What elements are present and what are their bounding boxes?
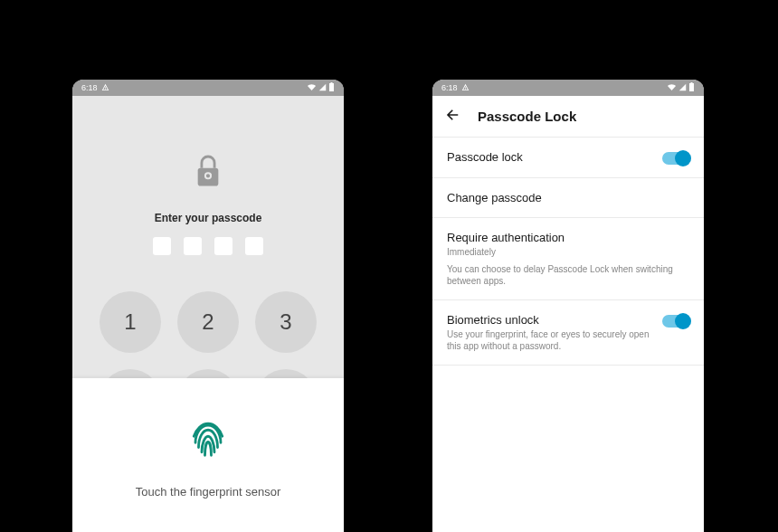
passcode-digit [245,237,263,255]
signal-icon [678,83,687,93]
fingerprint-panel: Touch the fingerprint sensor [72,378,344,532]
row-change-passcode[interactable]: Change passcode [432,178,704,218]
status-time: 6:18 [441,83,458,92]
row-description: You can choose to delay Passcode Lock wh… [447,263,689,287]
status-bar: 6:18 [432,80,704,96]
lock-icon [193,154,223,194]
row-biometrics[interactable]: Biometrics unlock Use your fingerprint, … [432,300,704,366]
passcode-input [153,237,263,255]
passcode-digit [153,237,171,255]
toggle-passcode-lock[interactable] [662,152,689,165]
phone-settings: 6:18 Passcode Lock Passcode lock [432,80,704,532]
signal-icon [318,83,327,93]
row-title: Biometrics unlock [447,313,651,327]
warning-icon [461,83,470,93]
passcode-digit [214,237,232,255]
passcode-title: Enter your passcode [155,212,262,224]
svg-rect-0 [198,168,219,186]
battery-icon [688,82,695,93]
row-subtitle: Immediately [447,246,689,258]
keypad-2[interactable]: 2 [177,291,239,353]
back-icon[interactable] [445,107,461,127]
keypad-3[interactable]: 3 [255,291,317,353]
app-bar: Passcode Lock [432,96,704,138]
keypad-1[interactable]: 1 [100,291,161,353]
row-passcode-lock[interactable]: Passcode lock [432,138,704,178]
wifi-icon [667,83,677,93]
warning-icon [101,83,109,93]
fingerprint-prompt: Touch the fingerprint sensor [136,485,280,499]
settings-list: Passcode lock Change passcode Require au… [432,138,704,366]
passcode-digit [184,237,202,255]
battery-icon [328,82,335,93]
toggle-biometrics[interactable] [662,315,689,328]
row-description: Use your fingerprint, face or eyes to se… [447,328,651,352]
status-time: 6:18 [81,83,98,92]
row-title: Passcode lock [447,150,651,164]
row-require-auth[interactable]: Require authentication Immediately You c… [432,218,704,300]
wifi-icon [307,83,317,93]
page-title: Passcode Lock [478,109,576,124]
status-bar: 6:18 [72,80,344,96]
row-title: Require authentication [447,231,689,244]
phone-passcode: 6:18 Enter your passco [72,80,344,532]
row-title: Change passcode [447,191,689,204]
fingerprint-icon[interactable] [183,413,233,467]
